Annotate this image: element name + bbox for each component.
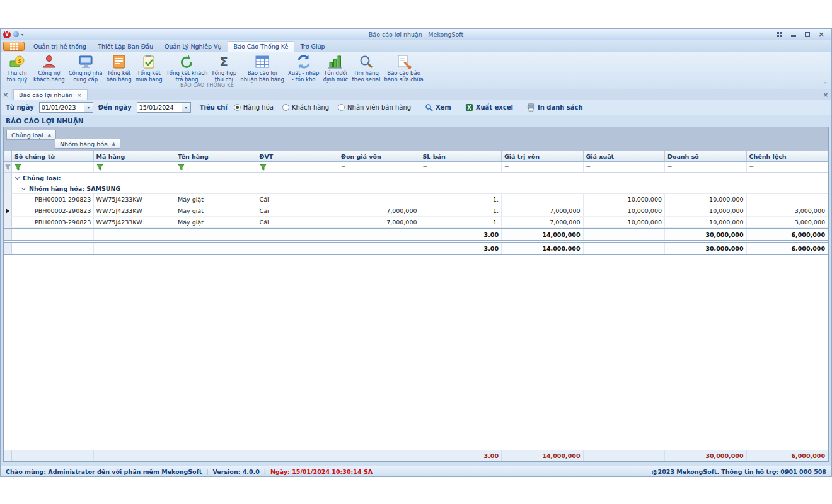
group-row-product-group[interactable]: Nhóm hàng hóa: SAMSUNG bbox=[4, 183, 828, 194]
from-date-label: Từ ngày bbox=[6, 104, 34, 111]
group-subtotal-row: 3.00 14,000,000 30,000,000 6,000,000 bbox=[4, 228, 828, 241]
to-date-dropdown-icon[interactable]: ▾ bbox=[182, 103, 190, 112]
filter-cell-item-code[interactable] bbox=[94, 162, 176, 173]
column-header-unit[interactable]: ĐVT bbox=[257, 151, 339, 162]
to-date-input[interactable] bbox=[137, 103, 182, 112]
ribbon-button-sales-summary[interactable]: Tổng kết bán hàng bbox=[105, 53, 134, 83]
ribbon-collapse-icon[interactable]: ⌃ bbox=[823, 81, 828, 88]
footer-revenue: 30,000,000 bbox=[665, 450, 747, 461]
from-date-dropdown-icon[interactable]: ▾ bbox=[84, 103, 93, 112]
printer-icon bbox=[527, 103, 535, 112]
returns-summary-icon bbox=[178, 54, 195, 70]
status-welcome: Chào mừng: Administrator đến với phần mề… bbox=[6, 468, 202, 475]
ribbon-tab-reports[interactable]: Báo Cáo Thống Kê bbox=[228, 41, 295, 52]
application-menu-button[interactable] bbox=[3, 42, 25, 51]
filter-cell-unit[interactable] bbox=[257, 162, 339, 173]
svg-text:X: X bbox=[467, 105, 471, 111]
filter-cell-sale-price[interactable]: = bbox=[584, 162, 666, 173]
window-controls: × bbox=[776, 31, 831, 38]
row-indicator bbox=[4, 173, 12, 183]
ribbon-button-customer-debt[interactable]: Công nợ khách hàng bbox=[32, 53, 67, 83]
from-date-input[interactable] bbox=[40, 103, 84, 112]
column-header-sale-price[interactable]: Giá xuất bbox=[584, 151, 666, 162]
group-row-category[interactable]: Chủng loại: bbox=[4, 173, 828, 183]
window-title: Báo cáo lợi nhuận - MekongSoft bbox=[1, 31, 831, 38]
filter-cell-revenue[interactable]: = bbox=[665, 162, 747, 173]
group-button-category[interactable]: Chủng loại ▲ bbox=[6, 130, 56, 140]
print-list-button[interactable]: In danh sách bbox=[527, 103, 583, 112]
column-header-doc-no[interactable]: Số chứng từ bbox=[12, 151, 94, 162]
tab-close-icon[interactable]: × bbox=[77, 92, 82, 98]
document-tab-profit-report[interactable]: Báo cáo lợi nhuận × bbox=[13, 89, 88, 100]
table-row[interactable]: PBH00002-290823 WW75J4233KW Máy giặt Cái… bbox=[4, 205, 828, 217]
warranty-report-icon bbox=[396, 54, 412, 70]
filter-cell-difference[interactable]: = bbox=[747, 162, 829, 173]
qat-dropdown-icon[interactable]: ▾ bbox=[21, 32, 23, 37]
group-row-label: Chủng loại: bbox=[23, 175, 61, 181]
equals-operator-icon: = bbox=[423, 164, 428, 170]
ribbon-tab-setup[interactable]: Thiết Lập Ban Đầu bbox=[92, 42, 159, 52]
focused-row-indicator bbox=[4, 205, 12, 217]
filter-cell-qty-sold[interactable]: = bbox=[420, 162, 502, 173]
ribbon-button-serial-search[interactable]: Tìm hàng theo serial bbox=[350, 53, 382, 83]
ribbon-tab-operations[interactable]: Quản Lý Nghiệp Vụ bbox=[159, 42, 228, 52]
filter-cell-doc-no[interactable] bbox=[12, 162, 94, 173]
tabbar-close-icon[interactable]: × bbox=[820, 89, 831, 100]
radio-goods[interactable]: Hàng hóa bbox=[234, 104, 274, 111]
ribbon-button-low-stock[interactable]: Tồn dưới định mức bbox=[321, 53, 350, 83]
title-bar: V ▾ Báo cáo lợi nhuận - MekongSoft × bbox=[1, 29, 831, 40]
ribbon-button-cash-fund[interactable]: $ Thu chi tồn quỹ bbox=[3, 53, 32, 83]
group-button-product-group[interactable]: Nhóm hàng hóa ▲ bbox=[55, 139, 120, 149]
column-header-qty-sold[interactable]: SL bán bbox=[420, 151, 502, 162]
column-header-cost-price[interactable]: Đơn giá vốn bbox=[338, 151, 420, 162]
subtotal-difference: 6,000,000 bbox=[747, 229, 829, 240]
ribbon-button-income-expense[interactable]: Σ Tổng hợp thu chi bbox=[209, 53, 238, 83]
ribbon-button-supplier-debt[interactable]: Công nợ nhà cung cấp bbox=[67, 53, 105, 83]
grid-header-row: Số chứng từ Mã hàng Tên hàng ĐVT Đơn giá… bbox=[4, 151, 828, 162]
radio-salesperson[interactable]: Nhân viên bán hàng bbox=[338, 104, 411, 111]
filter-cell-item-name[interactable] bbox=[175, 162, 257, 173]
radio-goods-icon[interactable] bbox=[234, 104, 241, 111]
column-header-cost-value[interactable]: Giá trị vốn bbox=[502, 151, 584, 162]
equals-operator-icon: = bbox=[667, 164, 673, 170]
ribbon-button-inventory-flow[interactable]: Xuất - nhập - tồn kho bbox=[286, 53, 321, 83]
purchase-summary-icon bbox=[141, 54, 157, 70]
minimize-icon[interactable] bbox=[790, 31, 797, 38]
table-row[interactable]: PBH00001-290823 WW75J4233KW Máy giặt Cái… bbox=[4, 194, 828, 205]
radio-salesperson-icon[interactable] bbox=[338, 104, 345, 111]
ribbon-tab-system[interactable]: Quản trị hệ thống bbox=[28, 42, 92, 52]
column-header-item-name[interactable]: Tên hàng bbox=[175, 151, 257, 162]
filter-funnel-icon bbox=[96, 164, 103, 171]
excel-icon: X bbox=[465, 103, 473, 112]
ribbon-group-label: BÁO CÁO THỐNG KÊ bbox=[1, 83, 413, 88]
column-header-revenue[interactable]: Doanh số bbox=[665, 151, 747, 162]
ribbon-button-returns-summary[interactable]: Tổng kết khách trả hàng bbox=[165, 53, 210, 83]
group-by-panel[interactable]: Chủng loại ▲ Nhóm hàng hóa ▲ bbox=[4, 127, 828, 151]
ribbon-button-purchase-summary[interactable]: Tổng kết mua hàng bbox=[134, 53, 165, 83]
collapse-chevron-icon[interactable] bbox=[15, 175, 20, 179]
qat-menu-icon[interactable] bbox=[13, 32, 19, 37]
column-header-item-code[interactable]: Mã hàng bbox=[94, 151, 176, 162]
total-cost-value: 14,000,000 bbox=[502, 243, 584, 254]
close-icon[interactable]: × bbox=[818, 31, 825, 38]
equals-operator-icon: = bbox=[504, 164, 509, 170]
ribbon-button-profit-report[interactable]: Báo cáo lợi nhuận bán hàng bbox=[238, 53, 286, 83]
radio-customers-icon[interactable] bbox=[282, 104, 289, 111]
collapse-chevron-icon[interactable] bbox=[21, 185, 26, 190]
radio-customers[interactable]: Khách hàng bbox=[282, 104, 329, 111]
filter-cell-cost-value[interactable]: = bbox=[502, 162, 584, 173]
table-row[interactable]: PBH00003-290823 WW75J4233KW Máy giặt Cái… bbox=[4, 217, 828, 228]
column-header-difference[interactable]: Chênh lệch bbox=[747, 151, 829, 162]
row-indicator bbox=[4, 183, 12, 194]
ribbon-tab-help[interactable]: Trợ Giúp bbox=[294, 42, 330, 52]
view-button[interactable]: Xem bbox=[425, 103, 451, 112]
filter-cell-cost-price[interactable]: = bbox=[338, 162, 420, 173]
ribbon-button-warranty-report[interactable]: Báo cáo bảo hành sửa chữa bbox=[382, 53, 425, 83]
export-excel-button[interactable]: X Xuất excel bbox=[465, 103, 513, 112]
fullscreen-icon[interactable] bbox=[776, 31, 783, 38]
tab-list-close-icon[interactable]: × bbox=[1, 89, 11, 100]
maximize-icon[interactable] bbox=[804, 31, 811, 38]
app-logo-icon[interactable]: V bbox=[3, 31, 11, 38]
filter-bar: Từ ngày ▾ Đến ngày ▾ Tiêu chí Hàng hóa K… bbox=[1, 100, 831, 115]
sales-summary-icon bbox=[111, 54, 127, 70]
